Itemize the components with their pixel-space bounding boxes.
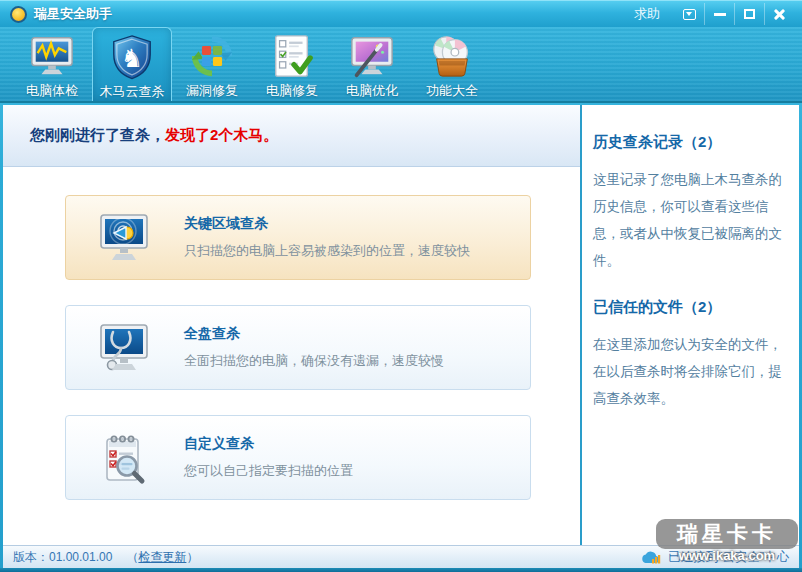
maximize-icon bbox=[744, 9, 755, 19]
app-window: 瑞星安全助手 求助 电脑体检 bbox=[0, 0, 802, 572]
scan-options-list: 关键区域查杀 只扫描您的电脑上容易被感染到的位置，速度较快 bbox=[3, 167, 580, 500]
trusted-files-link[interactable]: 已信任的文件（2） bbox=[593, 298, 783, 317]
watermark-url: www.ikaka.com bbox=[656, 548, 798, 563]
main-toolbar: 电脑体检 ♞ 木马云查杀 bbox=[0, 27, 802, 103]
content-area: 您刚刚进行了查杀， 发现了2个木马。 bbox=[3, 105, 799, 545]
custom-scan-icon bbox=[96, 430, 152, 486]
toolbar-item-label: 电脑优化 bbox=[346, 82, 398, 100]
windows-refresh-icon bbox=[189, 32, 235, 80]
check-update-link[interactable]: 检查更新 bbox=[138, 550, 186, 564]
update-check: （检查更新） bbox=[126, 549, 198, 566]
window-title: 瑞星安全助手 bbox=[34, 5, 112, 23]
toolbar-item-label: 电脑修复 bbox=[266, 82, 318, 100]
scan-card-description: 只扫描您的电脑上容易被感染到的位置，速度较快 bbox=[184, 242, 470, 260]
toolbar-item-pc-repair[interactable]: 电脑修复 bbox=[252, 27, 332, 101]
info-sidebar: 历史查杀记录（2） 这里记录了您电脑上木马查杀的历史信息，你可以查看这些信息，或… bbox=[580, 105, 799, 545]
scan-card-full-disk[interactable]: 全盘查杀 全面扫描您的电脑，确保没有遗漏，速度较慢 bbox=[65, 305, 531, 390]
main-panel: 您刚刚进行了查杀， 发现了2个木马。 bbox=[3, 105, 580, 545]
history-records-link[interactable]: 历史查杀记录（2） bbox=[593, 133, 783, 152]
minimize-button[interactable] bbox=[704, 3, 734, 25]
shield-knight-icon: ♞ bbox=[109, 33, 155, 81]
help-link[interactable]: 求助 bbox=[634, 5, 660, 23]
checklist-check-icon bbox=[269, 32, 315, 80]
scan-card-title: 全盘查杀 bbox=[184, 325, 444, 343]
toolbar-item-vulnerability-fix[interactable]: 漏洞修复 bbox=[172, 27, 252, 101]
scan-card-description: 全面扫描您的电脑，确保没有遗漏，速度较慢 bbox=[184, 352, 444, 370]
toolbar-item-pc-optimize[interactable]: 电脑优化 bbox=[332, 27, 412, 101]
menu-dropdown-button[interactable] bbox=[674, 3, 704, 25]
minimize-icon bbox=[714, 13, 726, 16]
window-bottom-edge bbox=[0, 568, 802, 572]
sidebar-section-trusted: 已信任的文件（2） 在这里添加您认为安全的文件，在以后查杀时将会排除它们，提高查… bbox=[593, 298, 783, 412]
scan-card-key-area[interactable]: 关键区域查杀 只扫描您的电脑上容易被感染到的位置，速度较快 bbox=[65, 195, 531, 280]
scan-result-alert: 发现了2个木马。 bbox=[165, 126, 278, 145]
close-icon bbox=[773, 8, 786, 21]
key-area-scan-icon bbox=[96, 210, 152, 266]
paren-close: ） bbox=[186, 550, 198, 564]
toolbar-item-all-features[interactable]: 功能大全 bbox=[412, 27, 492, 101]
monitor-wand-icon bbox=[349, 32, 395, 80]
scan-card-title: 自定义查杀 bbox=[184, 435, 353, 453]
menu-dropdown-icon bbox=[683, 9, 696, 20]
close-button[interactable] bbox=[764, 3, 794, 25]
sidebar-section-history: 历史查杀记录（2） 这里记录了您电脑上木马查杀的历史信息，你可以查看这些信息，或… bbox=[593, 133, 783, 274]
watermark-title: 瑞星卡卡 bbox=[656, 519, 798, 549]
toolbar-item-label: 木马云查杀 bbox=[100, 83, 165, 101]
toolbar-item-label: 功能大全 bbox=[426, 82, 478, 100]
maximize-button[interactable] bbox=[734, 3, 764, 25]
scan-card-description: 您可以自己指定要扫描的位置 bbox=[184, 462, 353, 480]
titlebar: 瑞星安全助手 求助 bbox=[0, 0, 802, 27]
scan-result-banner: 您刚刚进行了查杀， 发现了2个木马。 bbox=[3, 105, 580, 167]
toolbar-item-pc-checkup[interactable]: 电脑体检 bbox=[12, 27, 92, 101]
svg-text:♞: ♞ bbox=[121, 44, 143, 73]
toolbar-item-label: 漏洞修复 bbox=[186, 82, 238, 100]
scan-card-custom[interactable]: 自定义查杀 您可以自己指定要扫描的位置 bbox=[65, 415, 531, 500]
watermark: 瑞星卡卡 www.ikaka.com bbox=[656, 519, 798, 563]
version-label: 版本：01.00.01.00 bbox=[13, 549, 112, 566]
monitor-waveform-icon bbox=[29, 32, 75, 80]
scan-card-title: 关键区域查杀 bbox=[184, 215, 470, 233]
trusted-files-description: 在这里添加您认为安全的文件，在以后查杀时将会排除它们，提高查杀效率。 bbox=[593, 331, 783, 412]
history-records-description: 这里记录了您电脑上木马查杀的历史信息，你可以查看这些信息，或者从中恢复已被隔离的… bbox=[593, 166, 783, 274]
scan-result-text: 您刚刚进行了查杀， bbox=[30, 126, 165, 145]
disc-box-icon bbox=[429, 32, 475, 80]
toolbar-item-trojan-cloud-scan[interactable]: ♞ 木马云查杀 bbox=[92, 27, 172, 101]
toolbar-item-label: 电脑体检 bbox=[26, 82, 78, 100]
window-controls bbox=[674, 3, 794, 25]
app-logo-icon bbox=[10, 6, 27, 23]
paren-open: （ bbox=[126, 550, 138, 564]
full-disk-scan-icon bbox=[96, 320, 152, 376]
